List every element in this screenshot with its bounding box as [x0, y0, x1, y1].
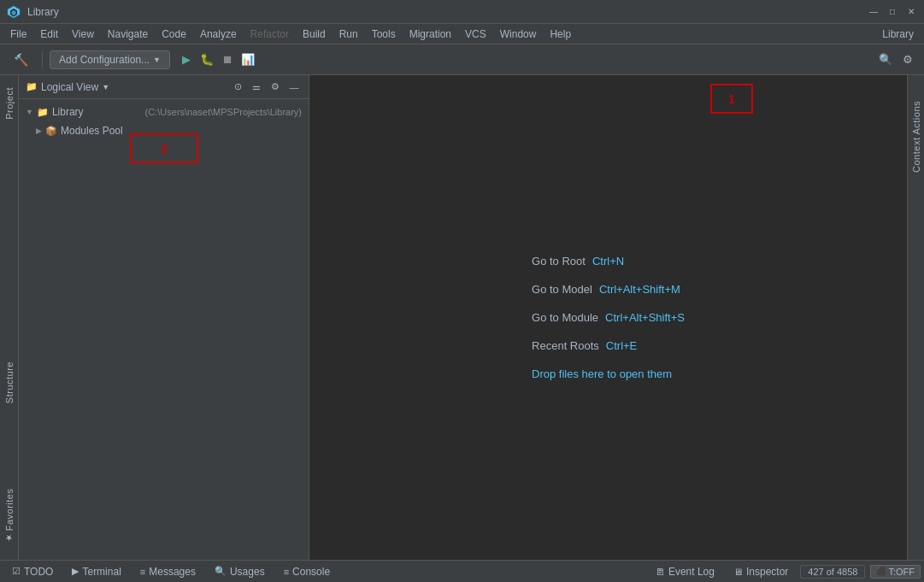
- minimize-button[interactable]: —: [868, 6, 880, 18]
- drop-files-hint: Drop files here to open them: [532, 367, 685, 380]
- project-panel: 📁 Logical View ▼ ⊙ ⚌ ⚙ — ▼ 📁 Library (C:…: [19, 75, 309, 560]
- menu-run[interactable]: Run: [333, 24, 365, 44]
- shortcut-goto-model: Go to Model Ctrl+Alt+Shift+M: [532, 283, 685, 296]
- goto-module-action: Go to Module: [532, 311, 598, 324]
- console-label: Console: [292, 566, 330, 578]
- menu-code[interactable]: Code: [155, 24, 193, 44]
- add-config-label: Add Configuration...: [59, 54, 150, 66]
- project-tree: ▼ 📁 Library (C:\Users\naset\MPSProjects\…: [19, 99, 309, 560]
- bottom-right: 🖹 Event Log 🖥 Inspector 427 of 4858 ⬛ T:…: [649, 564, 921, 579]
- todo-icon: ☑: [12, 566, 21, 577]
- bottom-bar: ☑ TODO ▶ Terminal ≡ Messages 🔍 Usages ≡ …: [0, 560, 924, 582]
- shortcut-goto-module: Go to Module Ctrl+Alt+Shift+S: [532, 311, 685, 324]
- drop-files-text: Drop files here to open them: [532, 367, 672, 380]
- tab-console[interactable]: ≡ Console: [275, 562, 338, 581]
- settings-button[interactable]: ⚙: [898, 50, 917, 69]
- tree-modules-icon: 📦: [45, 126, 57, 137]
- tree-expand-arrow: ▶: [36, 126, 42, 135]
- favorites-star-icon: ★: [4, 533, 14, 544]
- menu-file[interactable]: File: [3, 24, 33, 44]
- inspector-button[interactable]: 🖥 Inspector: [727, 564, 795, 579]
- window-title: Library: [27, 6, 868, 18]
- close-button[interactable]: ✕: [905, 6, 917, 18]
- dropdown-arrow-icon: ▼: [153, 56, 161, 64]
- menu-library[interactable]: Library: [875, 24, 921, 44]
- terminal-label: Terminal: [82, 566, 121, 578]
- panel-view-icon: 📁: [26, 81, 38, 92]
- tree-item-library[interactable]: ▼ 📁 Library (C:\Users\naset\MPSProjects\…: [19, 103, 309, 121]
- menu-navigate[interactable]: Navigate: [101, 24, 155, 44]
- stop-button[interactable]: ⏹: [218, 50, 237, 69]
- add-configuration-button[interactable]: Add Configuration... ▼: [50, 50, 170, 69]
- panel-actions: ⊙ ⚌ ⚙ —: [230, 79, 302, 95]
- goto-root-key: Ctrl+N: [592, 255, 624, 267]
- panel-title-label: Logical View: [41, 81, 98, 93]
- menu-refactor[interactable]: Refactor: [244, 24, 296, 44]
- todo-label: TODO: [24, 566, 53, 578]
- menu-view[interactable]: View: [65, 24, 101, 44]
- usages-label: Usages: [230, 566, 265, 578]
- goto-model-key: Ctrl+Alt+Shift+M: [599, 283, 680, 296]
- play-button[interactable]: ▶: [177, 50, 196, 69]
- menu-migration[interactable]: Migration: [403, 24, 458, 44]
- goto-model-action: Go to Model: [532, 283, 592, 296]
- inspector-label: Inspector: [746, 566, 788, 578]
- coverage-button[interactable]: 📊: [238, 50, 257, 69]
- debug-button[interactable]: 🐛: [197, 50, 216, 69]
- menu-vcs[interactable]: VCS: [458, 24, 493, 44]
- run-controls: ▶ 🐛 ⏹ 📊: [177, 50, 257, 69]
- counter-badge: 427 of 4858: [800, 565, 865, 579]
- menu-build[interactable]: Build: [296, 24, 333, 44]
- tree-library-label: Library: [52, 106, 142, 118]
- menu-window[interactable]: Window: [493, 24, 544, 44]
- tab-terminal[interactable]: ▶ Terminal: [63, 562, 129, 581]
- panel-dropdown-icon[interactable]: ▼: [102, 83, 109, 91]
- tab-todo[interactable]: ☑ TODO: [3, 562, 62, 581]
- annotation-box-2: 2: [130, 133, 198, 163]
- counter-value: 427 of 4858: [808, 567, 857, 577]
- menu-analyze[interactable]: Analyze: [193, 24, 244, 44]
- context-actions-label[interactable]: Context Actions: [911, 101, 921, 173]
- shortcut-list: Go to Root Ctrl+N Go to Model Ctrl+Alt+S…: [532, 255, 685, 380]
- goto-module-key: Ctrl+Alt+Shift+S: [605, 311, 685, 324]
- tree-library-path: (C:\Users\naset\MPSProjects\Library): [145, 107, 302, 117]
- panel-action-collapse[interactable]: —: [286, 79, 302, 95]
- tab-messages[interactable]: ≡ Messages: [132, 562, 204, 581]
- tab-usages[interactable]: 🔍 Usages: [206, 562, 274, 581]
- search-button[interactable]: 🔍: [876, 50, 895, 69]
- hammer-icon: 🔨: [7, 50, 35, 70]
- inspector-icon: 🖥: [733, 567, 743, 577]
- editor-area: 1 Go to Root Ctrl+N Go to Model Ctrl+Alt…: [309, 75, 907, 560]
- project-label[interactable]: Project: [4, 87, 15, 120]
- event-log-icon: 🖹: [656, 567, 665, 577]
- title-bar: Library — □ ✕: [0, 0, 924, 24]
- panel-action-filter[interactable]: ⚌: [249, 79, 264, 95]
- editor-content[interactable]: 1 Go to Root Ctrl+N Go to Model Ctrl+Alt…: [309, 75, 907, 560]
- menu-edit[interactable]: Edit: [33, 24, 65, 44]
- toolbar: 🔨 Add Configuration... ▼ ▶ 🐛 ⏹ 📊 🔍 ⚙: [0, 44, 924, 75]
- event-log-button[interactable]: 🖹 Event Log: [649, 564, 721, 579]
- menu-help[interactable]: Help: [543, 24, 578, 44]
- structure-label[interactable]: Structure: [4, 362, 15, 403]
- project-panel-header: 📁 Logical View ▼ ⊙ ⚌ ⚙ —: [19, 75, 309, 99]
- left-side-strip: Project Structure ★ Favorites: [0, 75, 19, 560]
- t-off-icon: ⬛: [876, 567, 886, 576]
- toolbar-separator-1: [42, 51, 43, 68]
- favorites-label[interactable]: ★ Favorites: [4, 489, 15, 543]
- shortcut-goto-root: Go to Root Ctrl+N: [532, 255, 685, 267]
- goto-root-action: Go to Root: [532, 255, 586, 267]
- t-off-badge[interactable]: ⬛ T:OFF: [870, 565, 921, 579]
- menu-tools[interactable]: Tools: [365, 24, 403, 44]
- menu-bar: File Edit View Navigate Code Analyze Ref…: [0, 24, 924, 44]
- tree-expand-icon: ▼: [26, 108, 33, 116]
- annotation-box-1: 1: [710, 84, 753, 114]
- usages-icon: 🔍: [215, 566, 227, 577]
- recent-roots-key: Ctrl+E: [606, 339, 637, 352]
- right-context-strip: Context Actions: [907, 75, 924, 560]
- console-icon: ≡: [284, 567, 289, 577]
- maximize-button[interactable]: □: [886, 6, 898, 18]
- panel-action-settings[interactable]: ⚙: [268, 79, 283, 95]
- messages-icon: ≡: [140, 567, 145, 577]
- panel-action-scope[interactable]: ⊙: [230, 79, 245, 95]
- messages-label: Messages: [149, 566, 196, 578]
